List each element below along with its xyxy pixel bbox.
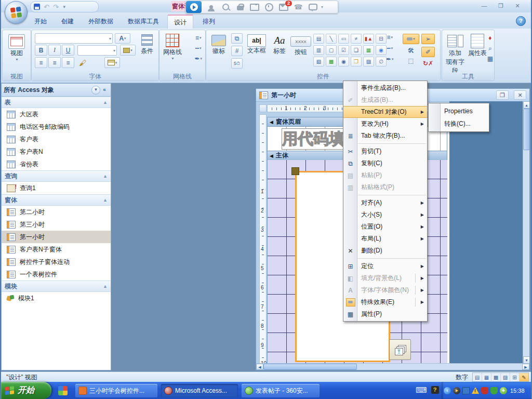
nav-item-query[interactable]: 查询1 bbox=[2, 182, 111, 194]
font-color-button[interactable]: A▾ bbox=[115, 33, 130, 44]
menu-item-special-effect[interactable]: 特殊效果(E)▶ bbox=[343, 296, 427, 308]
nav-item-table[interactable]: 客户表N bbox=[2, 145, 111, 158]
tray-player-icon[interactable] bbox=[453, 387, 460, 394]
design-view-icon[interactable]: ✎ bbox=[519, 373, 528, 381]
line-type-icon[interactable]: ┅▾ bbox=[194, 45, 202, 52]
conditional-button[interactable]: 条件 bbox=[138, 33, 156, 56]
label-button[interactable]: Aa 标签 bbox=[270, 34, 289, 56]
textbox-button[interactable]: ab| 文本框 bbox=[246, 34, 268, 55]
macro-icon[interactable]: ⌕ bbox=[487, 45, 493, 52]
horizontal-scrollbar[interactable]: ◀ ▶ bbox=[256, 363, 529, 370]
menu-item-align[interactable]: 对齐(A)▶ bbox=[343, 197, 427, 209]
nav-item-form[interactable]: 客户表N子窗体 bbox=[2, 243, 111, 256]
menu-item-event-builder[interactable]: 事件生成器(B)... bbox=[343, 82, 427, 94]
tab-design[interactable]: 设计 bbox=[167, 15, 193, 30]
doc-close-button[interactable]: ✕ bbox=[514, 90, 526, 100]
line-icon[interactable]: ╲ bbox=[326, 34, 337, 44]
menu-item-anchoring[interactable]: ⊞定位▶ bbox=[343, 260, 427, 272]
bold-button[interactable]: B bbox=[35, 45, 47, 56]
mail-icon[interactable]: 2 bbox=[276, 3, 291, 12]
folder-icon[interactable]: ❐ bbox=[351, 57, 362, 66]
keyboard-icon[interactable]: ⌨ bbox=[416, 386, 427, 394]
subform-icon[interactable]: ▦ bbox=[363, 45, 374, 55]
ime-help-icon[interactable]: ? bbox=[431, 386, 439, 394]
bound-object-icon[interactable]: ▩ bbox=[326, 57, 337, 66]
option-group-icon[interactable]: ▭ bbox=[338, 34, 349, 44]
nav-section-modules[interactable]: 模块▲ bbox=[2, 281, 111, 292]
pivottable-view-icon[interactable]: ▩ bbox=[491, 373, 500, 381]
attachment-icon[interactable]: ∅ bbox=[376, 57, 387, 66]
menu-item-cut[interactable]: ✂剪切(T) bbox=[343, 145, 427, 157]
unbound-frame-icon[interactable]: ❏ bbox=[351, 45, 362, 55]
doc-restore-button[interactable]: ❐ bbox=[496, 90, 509, 100]
nav-item-table[interactable]: 大区表 bbox=[2, 108, 111, 121]
align-right-button[interactable]: ≡ bbox=[62, 57, 74, 68]
contact-icon[interactable] bbox=[204, 3, 218, 12]
nav-collapse-icon[interactable]: « bbox=[100, 86, 109, 94]
qq-player-icon[interactable] bbox=[186, 1, 202, 13]
select-all-icon[interactable]: ⬚ bbox=[403, 57, 419, 64]
submenu-item-properties[interactable]: Properties bbox=[429, 105, 489, 117]
menu-item-copy[interactable]: ⧉复制(C) bbox=[343, 157, 427, 169]
title-button-icon[interactable]: ⧉ bbox=[231, 33, 243, 44]
nav-item-form[interactable]: 树控件子窗体连动 bbox=[2, 256, 111, 268]
minimize-button[interactable]: — bbox=[478, 2, 490, 10]
tab-home[interactable]: 开始 bbox=[28, 15, 53, 29]
layout-view-icon[interactable]: ⊞ bbox=[510, 373, 519, 381]
taskbar-task-reader[interactable]: 三小时学会树控件... bbox=[75, 384, 157, 397]
search-icon[interactable] bbox=[218, 3, 233, 12]
smart-tag-button[interactable] bbox=[389, 339, 411, 360]
fill-color-button[interactable]: ▾ bbox=[120, 45, 136, 56]
menu-item-change-to[interactable]: 更改为(H)▶ bbox=[343, 118, 427, 130]
list-box-icon[interactable]: ▥ bbox=[313, 45, 324, 55]
datasheet-view-icon[interactable]: ▦ bbox=[482, 373, 491, 381]
menu-item-delete[interactable]: ✕删除(D) bbox=[343, 245, 427, 257]
group-label-font[interactable]: 字体 bbox=[32, 72, 158, 81]
tray-red-shield-icon[interactable] bbox=[481, 387, 488, 394]
group-label-views[interactable]: 视图 bbox=[3, 72, 31, 81]
nav-item-table[interactable]: 客户表 bbox=[2, 133, 111, 145]
tray-network-icon[interactable] bbox=[462, 387, 470, 394]
hyperlink-icon[interactable]: ◉ bbox=[376, 45, 387, 55]
nav-section-tables[interactable]: 表▲ bbox=[2, 97, 111, 108]
quick-launch[interactable] bbox=[57, 385, 69, 396]
vertical-scroll-thumb[interactable] bbox=[523, 109, 529, 150]
ctl-line-type-icon[interactable]: ┅▾ bbox=[386, 45, 394, 52]
select-arrow-button[interactable]: ➢ bbox=[421, 34, 435, 44]
start-button[interactable]: 开始 bbox=[1, 382, 51, 399]
tray-green-shield-icon[interactable] bbox=[490, 387, 498, 394]
nav-item-form[interactable]: 一个表树控件 bbox=[2, 268, 111, 281]
rectangle-icon[interactable]: ▢ bbox=[326, 45, 337, 55]
nav-item-form[interactable]: 第三小时 bbox=[2, 218, 111, 231]
menu-item-tab-order[interactable]: ≣Tab 键次序(B)... bbox=[343, 130, 427, 142]
vertical-scrollbar[interactable]: ▲ ▼ bbox=[523, 101, 529, 364]
screenshot-icon[interactable] bbox=[247, 3, 262, 12]
nav-section-queries[interactable]: 查询▲ bbox=[2, 170, 111, 182]
use-wizards-button[interactable]: ✐ bbox=[421, 47, 435, 57]
bag-icon[interactable] bbox=[233, 3, 247, 12]
move-handle[interactable] bbox=[291, 167, 299, 175]
align-left-button[interactable]: ≡ bbox=[35, 57, 47, 68]
tray-plus-icon[interactable]: + bbox=[500, 387, 507, 394]
help-icon[interactable]: ? bbox=[516, 16, 526, 26]
ctl-line-color-icon[interactable]: ✒▾ bbox=[386, 56, 394, 63]
add-existing-fields-button[interactable]: 添加 现有字段 bbox=[443, 33, 467, 75]
menu-item-size[interactable]: 大小(S)▶ bbox=[343, 209, 427, 221]
nav-pane-header[interactable]: 所有 Access 对象 ▼ « bbox=[2, 84, 111, 97]
nav-item-table[interactable]: 省份表 bbox=[2, 158, 111, 170]
line-color-icon[interactable]: ✒▾ bbox=[194, 55, 202, 62]
toolbar-more-icon[interactable]: ▾ bbox=[321, 5, 323, 9]
checkbox-icon[interactable]: ☑ bbox=[338, 45, 349, 55]
tab-external-data[interactable]: 外部数据 bbox=[82, 15, 119, 29]
control-wizard-icon[interactable]: 🛠︎ bbox=[403, 47, 419, 55]
align-center-button[interactable]: ≡ bbox=[48, 57, 61, 68]
date-time-icon[interactable]: 5⏱ bbox=[231, 58, 243, 69]
nav-item-module[interactable]: 模块1 bbox=[2, 292, 111, 304]
underline-button[interactable]: U bbox=[62, 45, 74, 56]
submenu-item-convert[interactable]: 转换(C)... bbox=[429, 117, 489, 130]
italic-button[interactable]: I bbox=[48, 45, 61, 56]
scroll-left-icon[interactable]: ◀ bbox=[256, 364, 263, 370]
line-weight-icon[interactable]: ≡▾ bbox=[194, 34, 202, 42]
font-name-combo[interactable] bbox=[35, 33, 113, 44]
menu-item-properties[interactable]: ▦属性(P) bbox=[343, 308, 427, 320]
